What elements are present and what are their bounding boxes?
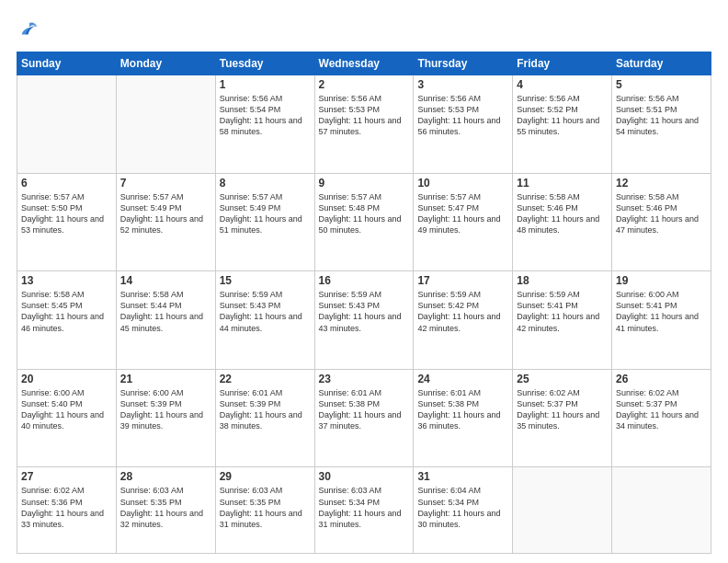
day-info: Sunrise: 6:02 AMSunset: 5:37 PMDaylight:… [616,387,707,432]
day-info: Sunrise: 6:01 AMSunset: 5:38 PMDaylight:… [417,387,508,432]
day-number: 3 [417,78,508,91]
day-info: Sunrise: 6:03 AMSunset: 5:35 PMDaylight:… [120,485,211,530]
day-number: 22 [220,373,311,385]
page: SundayMondayTuesdayWednesdayThursdayFrid… [0,0,728,563]
day-number: 11 [517,177,608,190]
week-row-5: 27Sunrise: 6:02 AMSunset: 5:36 PMDayligh… [17,467,711,554]
day-number: 18 [517,274,608,287]
day-number: 7 [120,177,211,190]
day-cell-30: 30Sunrise: 6:03 AMSunset: 5:34 PMDayligh… [314,467,414,554]
day-number: 1 [220,78,311,91]
day-number: 2 [319,78,410,91]
day-number: 17 [417,274,508,287]
day-cell-14: 14Sunrise: 5:58 AMSunset: 5:44 PMDayligh… [116,271,215,370]
day-info: Sunrise: 5:56 AMSunset: 5:52 PMDaylight:… [517,93,608,138]
day-info: Sunrise: 5:59 AMSunset: 5:42 PMDaylight:… [417,289,508,334]
calendar-header-row: SundayMondayTuesdayWednesdayThursdayFrid… [17,52,711,75]
day-cell-8: 8Sunrise: 5:57 AMSunset: 5:49 PMDaylight… [215,173,314,271]
day-info: Sunrise: 5:57 AMSunset: 5:49 PMDaylight:… [120,191,211,236]
day-info: Sunrise: 5:56 AMSunset: 5:53 PMDaylight:… [417,93,508,138]
empty-cell [513,467,612,554]
day-cell-7: 7Sunrise: 5:57 AMSunset: 5:49 PMDaylight… [116,173,215,271]
day-info: Sunrise: 6:00 AMSunset: 5:40 PMDaylight:… [21,387,112,432]
calendar-header-tuesday: Tuesday [215,52,314,75]
day-info: Sunrise: 6:04 AMSunset: 5:34 PMDaylight:… [417,485,508,530]
day-cell-15: 15Sunrise: 5:59 AMSunset: 5:43 PMDayligh… [215,271,314,370]
calendar: SundayMondayTuesdayWednesdayThursdayFrid… [17,52,711,554]
day-info: Sunrise: 5:58 AMSunset: 5:46 PMDaylight:… [616,191,707,236]
day-number: 14 [120,274,211,287]
day-info: Sunrise: 5:56 AMSunset: 5:53 PMDaylight:… [319,93,410,138]
week-row-1: 1Sunrise: 5:56 AMSunset: 5:54 PMDaylight… [17,75,711,174]
day-cell-16: 16Sunrise: 5:59 AMSunset: 5:43 PMDayligh… [314,271,414,370]
day-info: Sunrise: 6:00 AMSunset: 5:41 PMDaylight:… [616,289,707,334]
day-cell-29: 29Sunrise: 6:03 AMSunset: 5:35 PMDayligh… [215,467,314,554]
day-cell-3: 3Sunrise: 5:56 AMSunset: 5:53 PMDaylight… [414,75,513,174]
day-cell-11: 11Sunrise: 5:58 AMSunset: 5:46 PMDayligh… [513,173,612,271]
day-info: Sunrise: 6:03 AMSunset: 5:34 PMDaylight:… [319,485,410,530]
day-number: 16 [319,274,410,287]
day-cell-19: 19Sunrise: 6:00 AMSunset: 5:41 PMDayligh… [612,271,711,370]
day-number: 28 [120,470,211,483]
day-info: Sunrise: 5:58 AMSunset: 5:46 PMDaylight:… [517,191,608,236]
day-number: 12 [616,177,707,190]
day-info: Sunrise: 5:59 AMSunset: 5:41 PMDaylight:… [517,289,608,334]
day-number: 15 [220,274,311,287]
day-cell-17: 17Sunrise: 5:59 AMSunset: 5:42 PMDayligh… [414,271,513,370]
day-info: Sunrise: 6:01 AMSunset: 5:38 PMDaylight:… [319,387,410,432]
header [17,17,711,42]
day-cell-6: 6Sunrise: 5:57 AMSunset: 5:50 PMDaylight… [17,173,117,271]
week-row-2: 6Sunrise: 5:57 AMSunset: 5:50 PMDaylight… [17,173,711,271]
logo [17,17,46,42]
week-row-3: 13Sunrise: 5:58 AMSunset: 5:45 PMDayligh… [17,271,711,370]
week-row-4: 20Sunrise: 6:00 AMSunset: 5:40 PMDayligh… [17,369,711,467]
day-cell-1: 1Sunrise: 5:56 AMSunset: 5:54 PMDaylight… [215,75,314,174]
day-info: Sunrise: 6:01 AMSunset: 5:39 PMDaylight:… [220,387,311,432]
calendar-header-wednesday: Wednesday [314,52,414,75]
day-info: Sunrise: 6:00 AMSunset: 5:39 PMDaylight:… [120,387,211,432]
day-number: 27 [21,470,112,483]
day-cell-13: 13Sunrise: 5:58 AMSunset: 5:45 PMDayligh… [17,271,117,370]
day-number: 25 [517,373,608,385]
day-cell-10: 10Sunrise: 5:57 AMSunset: 5:47 PMDayligh… [414,173,513,271]
day-number: 30 [319,470,410,483]
day-info: Sunrise: 5:57 AMSunset: 5:47 PMDaylight:… [417,191,508,236]
day-number: 9 [319,177,410,190]
calendar-header-sunday: Sunday [17,52,117,75]
day-info: Sunrise: 5:57 AMSunset: 5:49 PMDaylight:… [220,191,311,236]
day-cell-25: 25Sunrise: 6:02 AMSunset: 5:37 PMDayligh… [513,369,612,467]
day-number: 8 [220,177,311,190]
day-cell-24: 24Sunrise: 6:01 AMSunset: 5:38 PMDayligh… [414,369,513,467]
empty-cell [116,75,215,174]
day-number: 5 [616,78,707,91]
day-cell-22: 22Sunrise: 6:01 AMSunset: 5:39 PMDayligh… [215,369,314,467]
day-cell-5: 5Sunrise: 5:56 AMSunset: 5:51 PMDaylight… [612,75,711,174]
empty-cell [612,467,711,554]
calendar-header-monday: Monday [116,52,215,75]
day-info: Sunrise: 5:58 AMSunset: 5:44 PMDaylight:… [120,289,211,334]
day-number: 21 [120,373,211,385]
calendar-header-saturday: Saturday [612,52,711,75]
day-number: 6 [21,177,112,190]
day-number: 4 [517,78,608,91]
day-number: 20 [21,373,112,385]
logo-bird-icon [17,17,42,42]
day-cell-4: 4Sunrise: 5:56 AMSunset: 5:52 PMDaylight… [513,75,612,174]
day-info: Sunrise: 5:56 AMSunset: 5:54 PMDaylight:… [220,93,311,138]
day-info: Sunrise: 5:59 AMSunset: 5:43 PMDaylight:… [220,289,311,334]
day-number: 10 [417,177,508,190]
day-number: 26 [616,373,707,385]
day-number: 24 [417,373,508,385]
day-number: 23 [319,373,410,385]
day-number: 13 [21,274,112,287]
calendar-header-thursday: Thursday [414,52,513,75]
day-cell-2: 2Sunrise: 5:56 AMSunset: 5:53 PMDaylight… [314,75,414,174]
day-cell-18: 18Sunrise: 5:59 AMSunset: 5:41 PMDayligh… [513,271,612,370]
day-cell-28: 28Sunrise: 6:03 AMSunset: 5:35 PMDayligh… [116,467,215,554]
day-cell-9: 9Sunrise: 5:57 AMSunset: 5:48 PMDaylight… [314,173,414,271]
day-cell-26: 26Sunrise: 6:02 AMSunset: 5:37 PMDayligh… [612,369,711,467]
day-cell-23: 23Sunrise: 6:01 AMSunset: 5:38 PMDayligh… [314,369,414,467]
day-cell-21: 21Sunrise: 6:00 AMSunset: 5:39 PMDayligh… [116,369,215,467]
day-cell-31: 31Sunrise: 6:04 AMSunset: 5:34 PMDayligh… [414,467,513,554]
day-info: Sunrise: 5:58 AMSunset: 5:45 PMDaylight:… [21,289,112,334]
